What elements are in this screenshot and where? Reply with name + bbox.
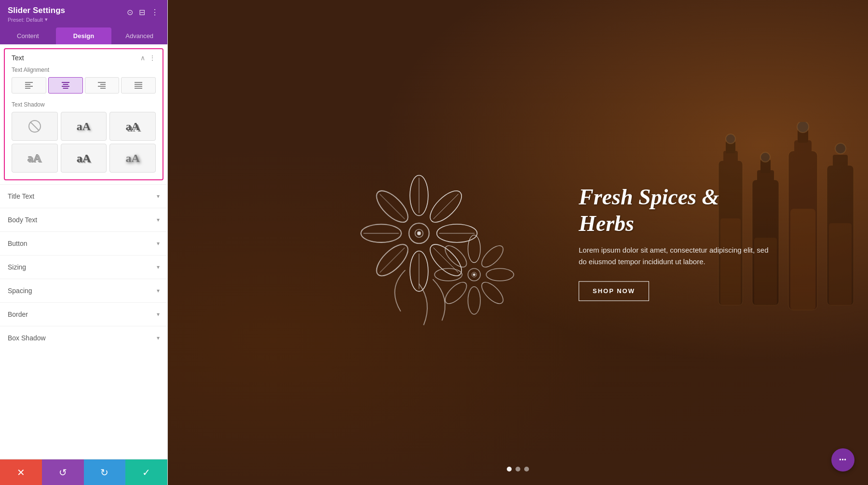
svg-rect-0 xyxy=(25,82,33,83)
shadow-soft-btn[interactable]: aA xyxy=(61,112,107,141)
sidebar-preset[interactable]: Preset: Default ▾ xyxy=(8,16,65,23)
align-justify-icon xyxy=(135,82,142,89)
fab-button[interactable]: ••• xyxy=(831,448,854,472)
shadow-hard-preview: aA xyxy=(125,120,139,133)
svg-point-43 xyxy=(434,269,462,281)
fab-icon: ••• xyxy=(839,457,847,463)
sizing-header[interactable]: Sizing ▾ xyxy=(8,256,160,279)
button-header[interactable]: Button ▾ xyxy=(8,232,160,255)
cancel-button[interactable]: ✕ xyxy=(0,459,42,485)
shadow-hard-btn[interactable]: aA xyxy=(109,112,156,141)
shadow-soft-preview: aA xyxy=(77,120,91,133)
svg-rect-61 xyxy=(833,155,848,168)
title-text-header[interactable]: Title Text ▾ xyxy=(8,185,160,208)
flower-illustration xyxy=(337,146,520,339)
box-shadow-label: Box Shadow xyxy=(8,334,46,342)
border-chevron: ▾ xyxy=(157,311,160,318)
align-justify-btn[interactable] xyxy=(121,77,156,94)
shadow-outline-preview: aA xyxy=(27,152,41,165)
svg-line-27 xyxy=(434,194,459,219)
border-label: Border xyxy=(8,310,28,318)
svg-rect-66 xyxy=(829,223,852,305)
button-chevron: ▾ xyxy=(157,240,160,247)
alignment-label: Text Alignment xyxy=(12,67,156,73)
svg-point-44 xyxy=(442,242,470,270)
svg-point-42 xyxy=(442,279,470,307)
svg-point-39 xyxy=(486,269,514,281)
shadow-inset-btn[interactable]: aA xyxy=(109,144,156,173)
focus-icon[interactable]: ⊙ xyxy=(126,7,134,18)
shadow-options-grid: aA aA aA aA aA xyxy=(12,112,156,173)
save-button[interactable]: ✓ xyxy=(125,459,167,485)
collapse-icon[interactable]: ∧ xyxy=(140,54,145,62)
svg-rect-11 xyxy=(100,88,106,89)
slider-dots xyxy=(507,467,529,472)
svg-point-59 xyxy=(797,122,809,133)
spacing-header[interactable]: Spacing ▾ xyxy=(8,279,160,302)
align-left-btn[interactable] xyxy=(12,77,46,94)
tab-advanced[interactable]: Advanced xyxy=(111,27,167,44)
align-right-btn[interactable] xyxy=(85,77,120,94)
sizing-chevron: ▾ xyxy=(157,264,160,270)
text-section: Text ∧ ⋮ Text Alignment xyxy=(4,48,163,180)
text-section-icons: ∧ ⋮ xyxy=(140,54,156,62)
svg-rect-8 xyxy=(98,82,106,83)
sizing-section: Sizing ▾ xyxy=(0,255,167,279)
more-icon[interactable]: ⋮ xyxy=(150,7,160,18)
dot-3[interactable] xyxy=(524,467,529,472)
no-shadow-icon xyxy=(28,120,41,133)
svg-line-17 xyxy=(30,122,39,131)
layout-icon[interactable]: ⊟ xyxy=(138,7,146,18)
sidebar: Slider Settings Preset: Default ▾ ⊙ ⊟ ⋮ … xyxy=(0,0,168,485)
spacing-section: Spacing ▾ xyxy=(0,279,167,302)
title-text-section: Title Text ▾ xyxy=(0,184,167,208)
svg-point-51 xyxy=(726,134,735,144)
box-shadow-chevron: ▾ xyxy=(157,335,160,341)
body-text-header[interactable]: Body Text ▾ xyxy=(8,208,160,231)
sidebar-title: Slider Settings xyxy=(8,6,65,15)
text-section-header: Text ∧ ⋮ xyxy=(5,49,163,67)
preview-area: Fresh Spices & Herbs Lorem ipsum dolor s… xyxy=(168,0,868,485)
reset-button[interactable]: ↺ xyxy=(42,459,84,485)
border-header[interactable]: Border ▾ xyxy=(8,303,160,326)
spacing-chevron: ▾ xyxy=(157,287,160,294)
dot-2[interactable] xyxy=(515,467,520,472)
svg-point-62 xyxy=(835,143,846,154)
svg-rect-1 xyxy=(25,84,30,85)
svg-rect-7 xyxy=(63,88,68,89)
tab-design[interactable]: Design xyxy=(56,27,112,44)
body-text-chevron: ▾ xyxy=(157,216,160,223)
slider-content: Fresh Spices & Herbs Lorem ipsum dolor s… xyxy=(579,184,772,301)
svg-rect-2 xyxy=(25,86,33,87)
shadow-label: Text Shadow xyxy=(12,101,156,108)
svg-rect-13 xyxy=(135,84,142,85)
sidebar-content: Text ∧ ⋮ Text Alignment xyxy=(0,44,167,459)
more-options-icon[interactable]: ⋮ xyxy=(149,54,156,62)
shop-now-button[interactable]: SHOP NOW xyxy=(579,282,649,301)
align-left-icon xyxy=(25,82,33,89)
svg-rect-6 xyxy=(62,86,69,87)
tab-content[interactable]: Content xyxy=(0,27,56,44)
shadow-lifted-btn[interactable]: aA xyxy=(61,144,107,173)
shadow-outline-btn[interactable]: aA xyxy=(12,144,58,173)
align-center-btn[interactable] xyxy=(48,77,83,94)
sidebar-tabs: Content Design Advanced xyxy=(0,27,167,44)
svg-line-33 xyxy=(380,194,405,219)
body-text-label: Body Text xyxy=(8,216,37,224)
text-section-body: Text Alignment xyxy=(5,67,163,179)
box-shadow-section: Box Shadow ▾ xyxy=(0,326,167,350)
sidebar-header: Slider Settings Preset: Default ▾ ⊙ ⊟ ⋮ xyxy=(0,0,167,27)
shadow-inset-preview: aA xyxy=(125,152,139,165)
svg-rect-15 xyxy=(135,88,142,89)
sizing-label: Sizing xyxy=(8,263,26,271)
sidebar-bottom-bar: ✕ ↺ ↻ ✓ xyxy=(0,459,167,485)
dot-1[interactable] xyxy=(507,467,512,472)
sidebar-header-left: Slider Settings Preset: Default ▾ xyxy=(8,6,65,23)
svg-rect-12 xyxy=(135,82,142,83)
button-label: Button xyxy=(8,240,27,247)
redo-button[interactable]: ↻ xyxy=(84,459,126,485)
box-shadow-header[interactable]: Box Shadow ▾ xyxy=(8,326,160,350)
shadow-none-btn[interactable] xyxy=(12,112,58,141)
svg-point-41 xyxy=(468,287,480,314)
title-text-chevron: ▾ xyxy=(157,193,160,200)
